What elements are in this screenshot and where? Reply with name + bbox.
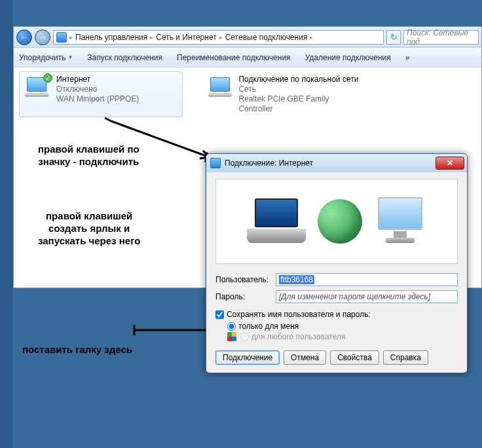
connections-pane: ✓ Интернет Отключено WAN Miniport (PPPOE… [14,67,481,121]
shield-icon [227,332,236,341]
help-button[interactable]: Справка [383,350,428,365]
conn2-name: Подключение по локальной сети [238,75,360,84]
forward-button[interactable]: → [35,29,50,45]
user-label: Пользователь: [215,275,276,284]
dialog-icon [210,158,221,168]
connection-lan[interactable]: Подключение по локальной сети Сеть Realt… [202,71,366,117]
conn1-device: WAN Miniport (PPPOE) [56,94,139,104]
desktop-strip [0,0,13,448]
properties-button[interactable]: Свойства [330,350,379,365]
password-field[interactable]: [Для изменения пароля щелкните здесь] [276,290,458,303]
toolbar-delete[interactable]: Удаление подключения [305,53,391,62]
conn1-name: Интернет [56,75,139,84]
toolbar-more[interactable]: » [405,53,410,62]
connection-icon: ✓ [25,75,51,101]
annotation-1: правой клавишей позначку - подключить [38,143,139,168]
address-icon [56,32,67,43]
connect-button[interactable]: Подключение [215,350,280,365]
only-me-label: только для меня [238,322,299,331]
close-button[interactable]: ✕ [436,157,464,170]
annotation-3: поставить галку здесь [22,343,132,356]
conn1-status: Отключено [56,84,139,94]
laptop-icon [247,198,306,244]
monitor-icon [374,197,426,246]
search-input[interactable]: Поиск: Сетевые под [403,30,479,45]
globe-icon [318,199,362,244]
breadcrumb-1[interactable]: Панель управления [75,33,147,42]
navbar: ← → ▸ Панель управления ▸ Сеть и Интерне… [14,27,481,48]
refresh-button[interactable]: ↻ [386,30,401,45]
address-bar[interactable]: ▸ Панель управления ▸ Сеть и Интернет ▸ … [53,30,384,45]
conn2-device: Realtek PCIe GBE Family Controller [238,94,360,114]
back-button[interactable]: ← [16,29,32,45]
toolbar-organize[interactable]: Упорядочить▼ [19,53,73,62]
breadcrumb-3[interactable]: Сетевые подключения [225,33,308,42]
toolbar: Упорядочить▼ Запуск подключения Переимен… [14,48,481,67]
save-credentials-checkbox[interactable] [215,310,224,319]
connection-icon [208,75,233,101]
check-icon: ✓ [43,73,52,83]
toolbar-start[interactable]: Запуск подключения [87,53,162,62]
cancel-button[interactable]: Отмена [284,350,326,365]
any-user-label: для любого пользователя [251,332,346,341]
save-credentials-label: Сохранять имя пользователя и пароль: [227,310,371,319]
connect-dialog: Подключение: Интернет ✕ Пользователь: ft… [206,153,468,373]
titlebar[interactable]: Подключение: Интернет ✕ [206,154,467,172]
password-label: Пароль: [215,292,276,301]
only-me-radio[interactable] [227,322,236,331]
toolbar-rename[interactable]: Переименование подключения [177,53,291,62]
conn2-status: Сеть [238,84,360,94]
any-user-radio [240,333,249,341]
user-field[interactable]: fttb36168 [276,273,458,286]
annotation-2: правой клавишейсоздать ярлык изапускать … [38,210,140,247]
breadcrumb-2[interactable]: Сеть и Интернет [156,33,216,42]
connection-internet[interactable]: ✓ Интернет Отключено WAN Miniport (PPPOE… [19,71,183,117]
dialog-illustration [215,179,458,264]
dialog-title: Подключение: Интернет [225,159,436,168]
